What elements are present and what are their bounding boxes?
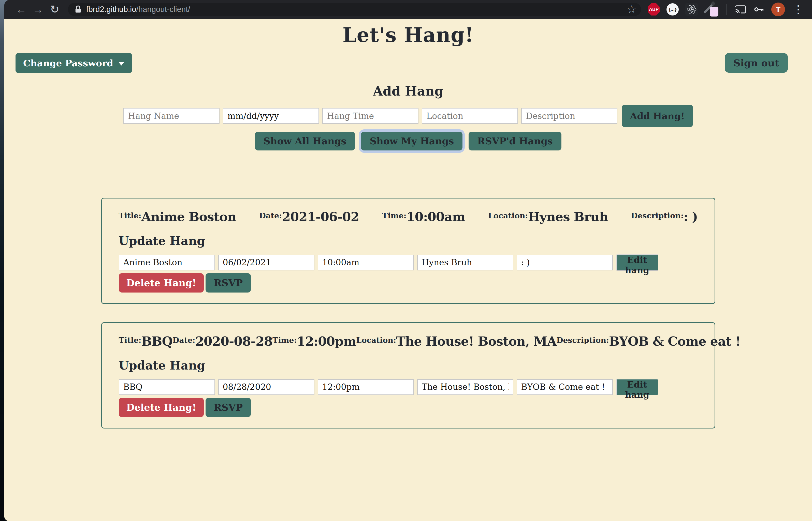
profile-avatar[interactable]: T bbox=[771, 3, 785, 16]
location-label: Location: bbox=[356, 335, 396, 345]
hang-time-pair: Time: 12:00pm bbox=[273, 335, 356, 348]
edit-time-input[interactable] bbox=[318, 255, 414, 270]
show-all-hangs-button[interactable]: Show All Hangs bbox=[255, 132, 355, 151]
hang-time-value: 12:00pm bbox=[297, 335, 357, 348]
hang-name-input[interactable] bbox=[123, 108, 219, 124]
extensions-area: ABP {...} bbox=[648, 2, 805, 17]
hang-actions-row: Delete Hang! RSVP bbox=[119, 273, 698, 293]
hang-title-pair: Title: BBQ bbox=[119, 335, 173, 348]
rsvp-button[interactable]: RSVP bbox=[206, 273, 251, 293]
hang-location-pair: Location: Hynes Bruh bbox=[488, 210, 608, 224]
hang-date-pair: Date: 2021-06-02 bbox=[259, 210, 359, 224]
lock-icon[interactable] bbox=[74, 5, 82, 14]
browser-window: ← → ↻ fbrd2.github.io/hangout-client/ ☆ … bbox=[4, 0, 812, 521]
edit-location-input[interactable] bbox=[417, 255, 513, 270]
title-label: Title: bbox=[119, 335, 142, 345]
add-hang-form: Add Hang! bbox=[4, 105, 812, 127]
bookmark-star-icon[interactable]: ☆ bbox=[627, 4, 637, 15]
url-path: /hangout-client/ bbox=[136, 5, 190, 14]
cast-icon[interactable] bbox=[735, 4, 746, 15]
edit-time-input[interactable] bbox=[318, 379, 414, 395]
react-devtools-extension-icon[interactable] bbox=[685, 3, 698, 16]
delete-hang-button[interactable]: Delete Hang! bbox=[119, 398, 204, 417]
hang-meta-row: Title: Anime Boston Date: 2021-06-02 Tim… bbox=[119, 210, 698, 224]
url-host: fbrd2.github.io bbox=[86, 5, 136, 14]
edit-location-input[interactable] bbox=[417, 379, 513, 395]
reload-button[interactable]: ↻ bbox=[47, 2, 62, 17]
forward-button[interactable]: → bbox=[31, 2, 45, 17]
hang-time-value: 10:00am bbox=[406, 210, 465, 224]
hang-date-value: 2021-06-02 bbox=[282, 210, 359, 224]
time-label: Time: bbox=[382, 210, 407, 220]
filter-buttons-row: Show All Hangs Show My Hangs RSVP'd Hang… bbox=[4, 132, 812, 151]
edit-hang-button[interactable]: Edit hang bbox=[616, 379, 658, 395]
json-viewer-extension-icon[interactable]: {...} bbox=[666, 3, 679, 16]
hang-actions-row: Delete Hang! RSVP bbox=[119, 398, 698, 417]
hang-card: Title: Anime Boston Date: 2021-06-02 Tim… bbox=[101, 198, 715, 304]
adblock-extension-icon[interactable]: ABP bbox=[648, 3, 660, 16]
hang-location-value: The House! Boston, MA bbox=[396, 335, 556, 348]
address-bar[interactable]: fbrd2.github.io/hangout-client/ ☆ bbox=[68, 3, 641, 16]
rsvpd-hangs-button[interactable]: RSVP'd Hangs bbox=[469, 132, 561, 151]
date-label: Date: bbox=[259, 210, 282, 220]
chevron-down-icon bbox=[118, 62, 124, 66]
hang-title-value: Anime Boston bbox=[142, 210, 236, 224]
browser-menu-icon[interactable]: ⋮ bbox=[792, 4, 805, 15]
update-hang-heading: Update Hang bbox=[119, 359, 698, 372]
edit-description-input[interactable] bbox=[517, 379, 613, 395]
edit-hang-button[interactable]: Edit hang bbox=[616, 254, 658, 271]
hang-date-pair: Date: 2020-08-28 bbox=[172, 335, 273, 348]
hang-date-value: 2020-08-28 bbox=[195, 335, 273, 348]
eyedropper-swatch bbox=[710, 7, 719, 17]
key-icon[interactable] bbox=[753, 4, 765, 15]
edit-date-input[interactable] bbox=[218, 379, 315, 395]
hang-meta-row: Title: BBQ Date: 2020-08-28 Time: 12:00p… bbox=[119, 335, 698, 348]
hang-list: Title: Anime Boston Date: 2021-06-02 Tim… bbox=[101, 198, 715, 429]
edit-name-input[interactable] bbox=[119, 255, 215, 270]
add-hang-button[interactable]: Add Hang! bbox=[622, 105, 693, 127]
hang-title-value: BBQ bbox=[142, 335, 173, 348]
page-content: Let's Hang! Change Password Sign out Add… bbox=[4, 19, 812, 521]
back-button[interactable]: ← bbox=[14, 2, 28, 17]
show-my-hangs-button[interactable]: Show My Hangs bbox=[361, 132, 463, 151]
update-hang-form: Edit hang bbox=[119, 254, 698, 271]
time-label: Time: bbox=[273, 335, 297, 345]
change-password-label: Change Password bbox=[23, 58, 113, 68]
browser-toolbar: ← → ↻ fbrd2.github.io/hangout-client/ ☆ … bbox=[4, 0, 812, 19]
hang-description-value: BYOB & Come eat ! bbox=[609, 335, 741, 348]
description-label: Description: bbox=[557, 335, 609, 345]
toolbar-divider bbox=[727, 4, 727, 15]
url-text: fbrd2.github.io/hangout-client/ bbox=[86, 5, 190, 14]
hang-card: Title: BBQ Date: 2020-08-28 Time: 12:00p… bbox=[101, 322, 715, 429]
hang-location-value: Hynes Bruh bbox=[528, 210, 608, 224]
title-label: Title: bbox=[119, 210, 142, 220]
add-hang-heading: Add Hang bbox=[4, 84, 812, 98]
hang-location-input[interactable] bbox=[422, 108, 518, 124]
edit-date-input[interactable] bbox=[218, 255, 315, 270]
hang-time-input[interactable] bbox=[322, 108, 419, 124]
location-label: Location: bbox=[488, 210, 528, 220]
delete-hang-button[interactable]: Delete Hang! bbox=[119, 273, 204, 293]
change-password-button[interactable]: Change Password bbox=[16, 53, 132, 73]
hang-description-value: : ) bbox=[684, 210, 698, 224]
sign-out-button[interactable]: Sign out bbox=[725, 53, 788, 73]
hang-description-input[interactable] bbox=[521, 108, 617, 124]
hang-description-pair: Description: BYOB & Come eat ! bbox=[557, 335, 741, 348]
color-picker-extension-icon[interactable] bbox=[705, 2, 719, 17]
hang-date-input[interactable] bbox=[223, 108, 319, 124]
update-hang-heading: Update Hang bbox=[119, 234, 698, 248]
edit-description-input[interactable] bbox=[517, 255, 613, 270]
rsvp-button[interactable]: RSVP bbox=[206, 398, 251, 417]
hang-title-pair: Title: Anime Boston bbox=[119, 210, 236, 224]
top-actions-row: Change Password Sign out bbox=[4, 53, 812, 73]
page-title: Let's Hang! bbox=[4, 23, 812, 46]
description-label: Description: bbox=[631, 210, 684, 220]
date-label: Date: bbox=[172, 335, 195, 345]
hang-location-pair: Location: The House! Boston, MA bbox=[356, 335, 556, 348]
edit-name-input[interactable] bbox=[119, 379, 215, 395]
update-hang-form: Edit hang bbox=[119, 379, 698, 395]
hang-description-pair: Description: : ) bbox=[631, 210, 698, 224]
hang-time-pair: Time: 10:00am bbox=[382, 210, 465, 224]
